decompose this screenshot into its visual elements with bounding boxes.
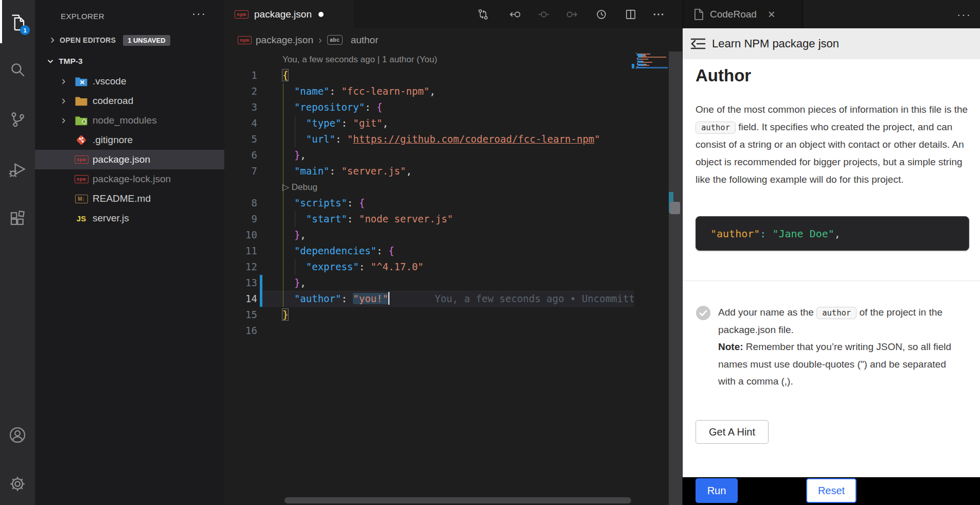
panel-tab-bar: CodeRoad × ··· xyxy=(683,0,980,28)
code-line-6[interactable]: 6 }, xyxy=(224,147,634,163)
file-label: package-lock.json xyxy=(93,173,171,185)
file-row-.vscode[interactable]: .vscode xyxy=(35,72,224,91)
modified-line-marker xyxy=(260,275,262,291)
code-line-15[interactable]: 15} xyxy=(224,307,634,323)
file-label: README.md xyxy=(93,193,151,204)
document-icon xyxy=(693,8,704,21)
file-row-server.js[interactable]: JSserver.js xyxy=(35,208,224,228)
line-number[interactable]: 5 xyxy=(224,131,257,147)
code-line-1[interactable]: 1{ xyxy=(224,67,634,83)
settings-gear-icon[interactable] xyxy=(0,466,35,502)
run-button[interactable]: Run xyxy=(696,478,738,503)
file-label: .vscode xyxy=(93,76,126,87)
file-label: .gitignore xyxy=(93,134,133,146)
file-row-.gitignore[interactable]: .gitignore xyxy=(35,130,224,150)
line-number[interactable]: 12 xyxy=(224,259,257,275)
inline-code-chip: author xyxy=(696,121,736,134)
vscode-window: 1 xyxy=(0,0,980,505)
explorer-sidebar: EXPLORER ··· OPEN EDITORS 1 UNSAVED TMP-… xyxy=(35,0,224,505)
panel-footer: Run Reset xyxy=(683,477,980,505)
code-editor[interactable]: You, a few seconds ago | 1 author (You)1… xyxy=(224,0,634,505)
line-number[interactable]: 15 xyxy=(224,307,257,323)
npm-icon: npm xyxy=(75,155,88,164)
collapse-menu-icon[interactable] xyxy=(689,36,707,51)
file-row-node_modules[interactable]: node_modules xyxy=(35,111,224,130)
line-number[interactable]: 11 xyxy=(224,243,257,259)
run-debug-icon[interactable] xyxy=(0,152,35,188)
explorer-badge: 1 xyxy=(20,25,30,35)
code-line-12[interactable]: 12 "express": "^4.17.0" xyxy=(224,259,634,275)
minimap-selected-line xyxy=(636,67,668,68)
section-heading: Author xyxy=(696,66,751,85)
codelens-row[interactable]: ▷ Debug xyxy=(224,179,634,195)
line-number[interactable]: 8 xyxy=(224,195,257,211)
code-line-3[interactable]: 3 "repository": { xyxy=(224,99,634,115)
panel-more-actions-icon[interactable]: ··· xyxy=(957,8,971,22)
account-icon[interactable] xyxy=(0,417,35,453)
get-a-hint-button[interactable]: Get A Hint xyxy=(696,420,769,444)
code-line-10[interactable]: 10 }, xyxy=(224,227,634,243)
inline-blame: You, a few seconds ago • Uncommitted cha… xyxy=(435,293,634,304)
extensions-icon[interactable] xyxy=(0,201,35,237)
chevron-right-icon xyxy=(60,78,67,85)
open-editors-section[interactable]: OPEN EDITORS 1 UNSAVED xyxy=(35,32,224,48)
divider xyxy=(683,281,980,281)
example-code-line: "author": "Jane Doe", xyxy=(710,228,841,240)
minimap-modified-marker xyxy=(632,64,634,68)
code-line-11[interactable]: 11 "dependencies": { xyxy=(224,243,634,259)
code-line-7[interactable]: 7 "main": "server.js", xyxy=(224,163,634,179)
line-number[interactable]: 9 xyxy=(224,211,257,227)
explorer-more-actions-icon[interactable]: ··· xyxy=(192,7,206,21)
file-label: node_modules xyxy=(93,115,157,126)
sidebar-title: EXPLORER xyxy=(61,12,104,21)
line-number[interactable]: 6 xyxy=(224,147,257,163)
code-line-14[interactable]: 14 "author": "you!"You, a few seconds ag… xyxy=(224,291,634,307)
file-row-coderoad[interactable]: coderoad xyxy=(35,91,224,111)
vertical-scrollbar[interactable] xyxy=(669,51,682,505)
horizontal-scrollbar[interactable] xyxy=(284,497,631,503)
vscode-folder-icon xyxy=(75,76,88,87)
close-icon[interactable]: × xyxy=(768,8,775,21)
text-cursor xyxy=(388,292,389,305)
code-line-4[interactable]: 4 "type": "git", xyxy=(224,115,634,131)
workspace-root-label: TMP-3 xyxy=(59,57,83,66)
line-number[interactable]: 4 xyxy=(224,115,257,131)
code-line-2[interactable]: 2 "name": "fcc-learn-npm", xyxy=(224,83,634,99)
example-code-block: "author": "Jane Doe", xyxy=(696,216,969,251)
source-control-icon[interactable] xyxy=(0,101,35,137)
coderoad-panel: CodeRoad × ··· Learn NPM package json Au… xyxy=(683,0,980,505)
line-number[interactable]: 13 xyxy=(224,275,257,291)
workspace-root-item[interactable]: TMP-3 xyxy=(35,51,224,71)
scrollbar-thumb[interactable] xyxy=(670,202,680,214)
modified-line-marker xyxy=(260,291,262,307)
line-number[interactable]: 3 xyxy=(224,99,257,115)
line-number[interactable]: 16 xyxy=(224,323,257,339)
codelens-row[interactable]: You, a few seconds ago | 1 author (You) xyxy=(224,51,634,67)
activity-bar: 1 xyxy=(0,0,35,505)
search-icon[interactable] xyxy=(0,51,35,88)
code-line-5[interactable]: 5 "url": "https://github.com/coderoad/fc… xyxy=(224,131,634,147)
tab-coderoad[interactable]: CodeRoad × xyxy=(683,0,803,28)
explorer-icon[interactable]: 1 xyxy=(0,4,35,40)
file-row-package-lock.json[interactable]: npmpackage-lock.json xyxy=(35,169,224,189)
line-number[interactable]: 7 xyxy=(224,163,257,179)
reset-button[interactable]: Reset xyxy=(806,478,857,503)
indent-guide xyxy=(295,259,295,275)
code-line-16[interactable]: 16 xyxy=(224,323,634,339)
code-line-8[interactable]: 8 "scripts": { xyxy=(224,195,634,211)
file-row-package.json[interactable]: npmpackage.json xyxy=(35,150,224,169)
line-number[interactable]: 1 xyxy=(224,67,257,83)
code-line-13[interactable]: 13 }, xyxy=(224,275,634,291)
line-number[interactable]: 2 xyxy=(224,83,257,99)
js-icon: JS xyxy=(77,214,86,223)
indent-guide xyxy=(295,211,295,227)
file-label: server.js xyxy=(93,213,129,224)
file-row-README.md[interactable]: M↓README.md xyxy=(35,189,224,208)
line-number[interactable]: 14 xyxy=(224,291,257,307)
line-number[interactable]: 10 xyxy=(224,227,257,243)
open-editors-label: OPEN EDITORS xyxy=(60,36,116,44)
file-label: package.json xyxy=(93,154,150,165)
code-line-9[interactable]: 9 "start": "node server.js" xyxy=(224,211,634,227)
editor-more-actions-icon[interactable] xyxy=(652,8,665,21)
task-note: Note: Remember that you’re writing JSON,… xyxy=(718,338,954,390)
